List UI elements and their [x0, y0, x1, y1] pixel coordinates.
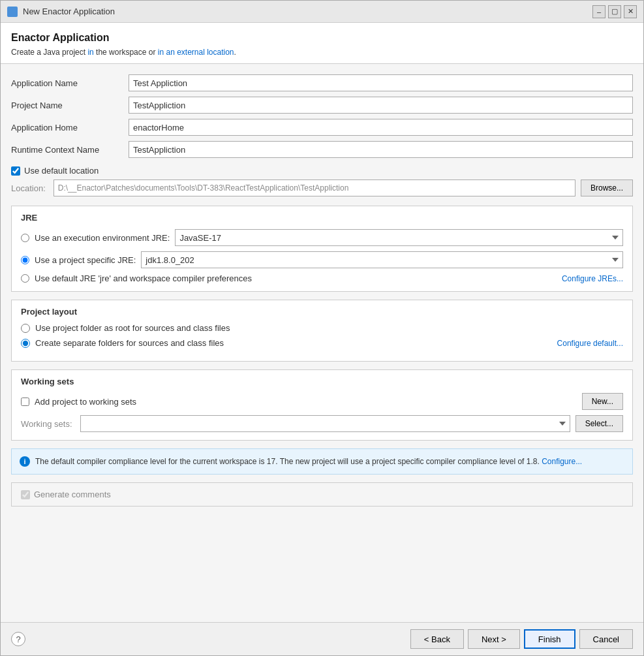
location-label: Location: [11, 183, 46, 193]
runtime-context-name-label: Runtime Context Name [11, 145, 122, 155]
select-working-set-button[interactable]: Select... [575, 415, 623, 432]
use-default-location-checkbox[interactable] [11, 166, 20, 176]
maximize-button[interactable]: ▢ [608, 5, 621, 18]
jre-section: JRE Use an execution environment JRE: Ja… [11, 206, 633, 292]
title-bar-controls: – ▢ ✕ [592, 5, 637, 18]
configure-jres-link[interactable]: Configure JREs... [562, 274, 623, 283]
working-sets-section: Working sets Add project to working sets… [11, 369, 633, 441]
jre-option3-row: Use default JRE 'jre' and workspace comp… [21, 273, 623, 283]
jre-option1-row: Use an execution environment JRE: JavaSE… [21, 229, 623, 246]
minimize-button[interactable]: – [592, 5, 606, 18]
runtime-context-name-input[interactable] [129, 141, 633, 158]
jre-option2-label: Use a project specific JRE: [35, 255, 136, 265]
layout-option2-radio[interactable] [21, 339, 30, 348]
project-name-label: Project Name [11, 101, 122, 110]
working-sets-select-row: Working sets: Select... [21, 415, 623, 432]
layout-option1-row: Use project folder as root for sources a… [21, 323, 623, 333]
use-default-location-row: Use default location [11, 166, 633, 176]
info-icon: i [20, 456, 30, 467]
use-default-location-label: Use default location [24, 166, 99, 176]
title-bar: New Enactor Application – ▢ ✕ [1, 1, 643, 23]
application-home-input[interactable] [129, 119, 633, 136]
jre-option1-label: Use an execution environment JRE: [35, 233, 170, 243]
form-grid: Application Name Project Name Applicatio… [11, 74, 633, 158]
new-enactor-application-dialog: New Enactor Application – ▢ ✕ Enactor Ap… [0, 0, 644, 656]
content-spacer [11, 514, 633, 567]
application-home-label: Application Home [11, 123, 122, 133]
help-button[interactable]: ? [11, 632, 25, 646]
add-to-working-sets-row: Add project to working sets New... [21, 393, 623, 410]
info-text: The default compiler compliance level fo… [35, 456, 582, 467]
layout-option2-row: Create separate folders for sources and … [21, 338, 623, 348]
generate-comments-label: Generate comments [34, 490, 111, 499]
app-icon [7, 7, 18, 17]
configure-default-link[interactable]: Configure default... [557, 339, 623, 348]
jre-option3-radio[interactable] [21, 274, 29, 283]
back-button[interactable]: < Back [410, 629, 464, 649]
layout-option1-label: Use project folder as root for sources a… [35, 323, 230, 333]
jre-specific-select[interactable]: jdk1.8.0_202 [141, 251, 623, 268]
working-sets-label: Working sets: [21, 419, 72, 429]
external-location-link[interactable]: in an external location [158, 48, 234, 57]
layout-option2-label: Create separate folders for sources and … [35, 338, 224, 348]
project-name-input[interactable] [129, 97, 633, 114]
cancel-button[interactable]: Cancel [579, 629, 633, 649]
application-name-label: Application Name [11, 78, 122, 88]
dialog-footer: ? < Back Next > Finish Cancel [1, 622, 643, 655]
new-working-set-button[interactable]: New... [582, 393, 623, 410]
layout-option1-radio[interactable] [21, 324, 30, 333]
generate-comments-checkbox[interactable] [21, 490, 30, 499]
dialog-header-title: Enactor Application [11, 32, 633, 44]
add-to-working-sets-checkbox[interactable] [21, 398, 29, 406]
jre-option2-radio[interactable] [21, 256, 29, 264]
dialog-header: Enactor Application Create a Java projec… [1, 23, 643, 64]
working-sets-select[interactable] [80, 415, 570, 432]
application-name-input[interactable] [129, 74, 633, 91]
generate-comments-row: Generate comments [21, 490, 623, 499]
next-button[interactable]: Next > [468, 629, 520, 649]
jre-execution-env-select[interactable]: JavaSE-17 [175, 229, 623, 246]
jre-option2-row: Use a project specific JRE: jdk1.8.0_202 [21, 251, 623, 268]
configure-compliance-link[interactable]: Configure... [542, 457, 582, 466]
location-input[interactable] [54, 180, 575, 196]
title-bar-text: New Enactor Application [23, 7, 587, 16]
location-row: Location: Browse... [11, 180, 633, 196]
jre-section-title: JRE [21, 213, 623, 223]
dialog-content: Application Name Project Name Applicatio… [1, 64, 643, 622]
working-sets-title: Working sets [21, 377, 623, 386]
dialog-header-subtitle: Create a Java project in the workspace o… [11, 48, 633, 57]
add-to-working-sets-label: Add project to working sets [35, 397, 136, 407]
browse-button[interactable]: Browse... [581, 180, 633, 196]
close-button[interactable]: ✕ [624, 5, 637, 18]
finish-button[interactable]: Finish [524, 629, 575, 649]
generate-section: Generate comments [11, 482, 633, 507]
footer-left: ? [11, 632, 25, 646]
footer-buttons: < Back Next > Finish Cancel [410, 629, 633, 649]
project-layout-title: Project layout [21, 307, 623, 317]
jre-option1-radio[interactable] [21, 234, 29, 242]
jre-option3-label: Use default JRE 'jre' and workspace comp… [35, 273, 252, 283]
in-workspace-link[interactable]: in [87, 48, 93, 57]
info-box: i The default compiler compliance level … [11, 448, 633, 475]
project-layout-section: Project layout Use project folder as roo… [11, 300, 633, 362]
